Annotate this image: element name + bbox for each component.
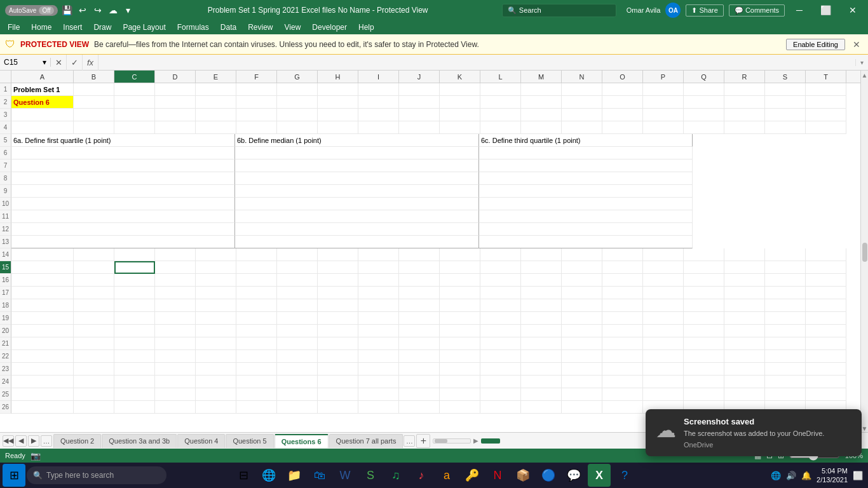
cell-D26[interactable] (155, 401, 196, 414)
cell-F12[interactable] (235, 223, 479, 236)
cell-Q1[interactable] (684, 83, 724, 96)
cell-D17[interactable] (155, 287, 196, 299)
row-num-9[interactable]: 9 (0, 185, 11, 198)
cell-N14[interactable] (562, 248, 602, 261)
cell-E24[interactable] (196, 376, 236, 388)
sheet-nav-next[interactable]: ▶ (28, 435, 39, 447)
cell-P17[interactable] (643, 287, 684, 299)
cell-J26[interactable] (399, 401, 440, 414)
cell-I21[interactable] (358, 337, 399, 350)
cell-E23[interactable] (196, 363, 236, 376)
cell-R19[interactable] (724, 312, 765, 325)
cell-T4[interactable] (806, 121, 846, 134)
col-header-M[interactable]: M (521, 71, 562, 83)
cell-F13[interactable] (235, 236, 479, 248)
cell-L4[interactable] (480, 121, 521, 134)
cell-D2[interactable] (155, 96, 196, 109)
cell-A18[interactable] (11, 299, 74, 312)
sheet-tab-question2[interactable]: Question 2 (53, 434, 101, 448)
support-icon[interactable]: ? (613, 464, 636, 487)
cell-E15[interactable] (196, 261, 236, 274)
cell-D15[interactable] (155, 261, 196, 274)
cell-K23[interactable] (440, 363, 480, 376)
cell-R2[interactable] (724, 96, 765, 109)
cell-A9[interactable] (11, 185, 235, 198)
cell-T22[interactable] (806, 350, 846, 363)
cell-S20[interactable] (765, 325, 806, 337)
cell-P2[interactable] (643, 96, 684, 109)
cell-S21[interactable] (765, 337, 806, 350)
cell-H14[interactable] (318, 248, 358, 261)
cell-T1[interactable] (806, 83, 846, 96)
cell-F20[interactable] (236, 325, 277, 337)
cell-F8[interactable] (235, 172, 479, 185)
cell-N2[interactable] (562, 96, 602, 109)
menu-insert[interactable]: Insert (58, 22, 87, 33)
cell-J2[interactable] (399, 96, 440, 109)
cell-I16[interactable] (358, 274, 399, 287)
cell-A23[interactable] (11, 363, 74, 376)
cell-F18[interactable] (236, 299, 277, 312)
row-num-12[interactable]: 12 (0, 223, 11, 236)
cell-M21[interactable] (521, 337, 562, 350)
cell-O25[interactable] (602, 388, 643, 401)
col-header-O[interactable]: O (602, 71, 643, 83)
cell-S16[interactable] (765, 274, 806, 287)
cell-P23[interactable] (643, 363, 684, 376)
restore-button[interactable]: ⬜ (814, 0, 837, 20)
cell-F16[interactable] (236, 274, 277, 287)
cell-H23[interactable] (318, 363, 358, 376)
row-num-11[interactable]: 11 (0, 210, 11, 223)
cell-I3[interactable] (358, 109, 399, 121)
cell-K22[interactable] (440, 350, 480, 363)
cell-J19[interactable] (399, 312, 440, 325)
cell-C19[interactable] (114, 312, 155, 325)
col-header-H[interactable]: H (318, 71, 358, 83)
cell-T24[interactable] (806, 376, 846, 388)
cell-O15[interactable] (602, 261, 643, 274)
cell-H24[interactable] (318, 376, 358, 388)
sheet-nav-overflow[interactable]: … (41, 435, 52, 447)
notification-icon[interactable]: 🔔 (801, 471, 811, 480)
cell-N4[interactable] (562, 121, 602, 134)
menu-formulas[interactable]: Formulas (172, 22, 214, 33)
cell-D3[interactable] (155, 109, 196, 121)
cell-A19[interactable] (11, 312, 74, 325)
cell-N20[interactable] (562, 325, 602, 337)
cell-N23[interactable] (562, 363, 602, 376)
cell-L20[interactable] (480, 325, 521, 337)
cell-C14[interactable] (114, 248, 155, 261)
sheet-tab-question3[interactable]: Question 3a and 3b (102, 434, 177, 448)
cell-A4[interactable] (11, 121, 74, 134)
cell-T21[interactable] (806, 337, 846, 350)
cell-I14[interactable] (358, 248, 399, 261)
cell-A25[interactable] (11, 388, 74, 401)
cell-Q17[interactable] (684, 287, 724, 299)
cell-F2[interactable] (236, 96, 277, 109)
row-num-17[interactable]: 17 (0, 287, 11, 299)
cell-N16[interactable] (562, 274, 602, 287)
cell-K24[interactable] (440, 376, 480, 388)
cell-F4[interactable] (236, 121, 277, 134)
cell-Q23[interactable] (684, 363, 724, 376)
cell-K1[interactable] (440, 83, 480, 96)
cell-C17[interactable] (114, 287, 155, 299)
cell-T17[interactable] (806, 287, 846, 299)
cell-M15[interactable] (521, 261, 562, 274)
cell-O3[interactable] (602, 109, 643, 121)
cell-P21[interactable] (643, 337, 684, 350)
undo-icon[interactable]: ↩ (77, 4, 88, 16)
cell-B22[interactable] (74, 350, 114, 363)
cell-L21[interactable] (480, 337, 521, 350)
cell-S4[interactable] (765, 121, 806, 134)
cell-D4[interactable] (155, 121, 196, 134)
edge-icon[interactable]: 🌐 (257, 464, 280, 487)
cell-F19[interactable] (236, 312, 277, 325)
cell-O19[interactable] (602, 312, 643, 325)
cell-J25[interactable] (399, 388, 440, 401)
cell-H15[interactable] (318, 261, 358, 274)
cell-R24[interactable] (724, 376, 765, 388)
cell-D19[interactable] (155, 312, 196, 325)
cell-B25[interactable] (74, 388, 114, 401)
word-icon[interactable]: W (334, 464, 356, 487)
